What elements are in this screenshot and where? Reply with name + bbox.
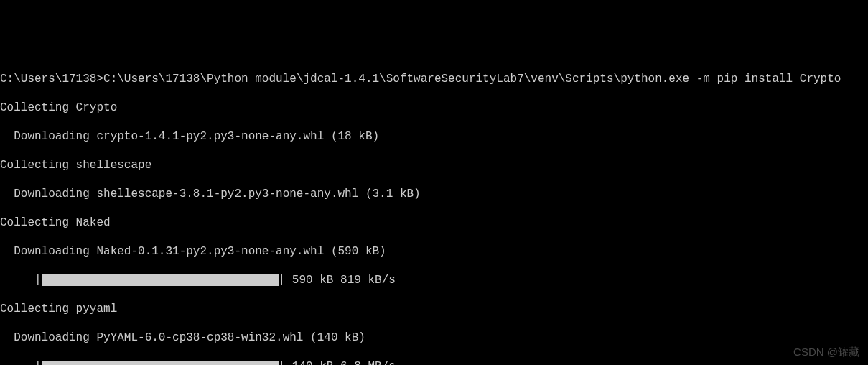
output-line: Collecting shellescape [0,158,868,172]
progress-bar [42,274,279,286]
progress-indent: | [0,359,42,365]
progress-line-pyyaml: || 140 kB 6.8 MB/s [0,359,868,365]
progress-text: 140 kB 6.8 MB/s [285,359,396,365]
output-line: Downloading crypto-1.4.1-py2.py3-none-an… [0,129,868,144]
terminal-output[interactable]: C:\Users\17138>C:\Users\17138\Python_mod… [0,57,868,365]
prompt-cwd: C:\Users\17138> [0,73,103,86]
prompt-line: C:\Users\17138>C:\Users\17138\Python_mod… [0,72,868,86]
output-line: Collecting Naked [0,216,868,230]
progress-text: 590 kB 819 kB/s [285,273,396,287]
progress-pipe: | [279,273,286,287]
watermark: CSDN @罐藏 [793,345,859,359]
progress-indent: | [0,273,42,287]
progress-pipe: | [279,359,286,365]
output-line: Downloading PyYAML-6.0-cp38-cp38-win32.w… [0,331,868,345]
output-line: Collecting Crypto [0,101,868,115]
output-line: Downloading shellescape-3.8.1-py2.py3-no… [0,187,868,201]
output-line: Downloading Naked-0.1.31-py2.py3-none-an… [0,244,868,259]
progress-line-naked: || 590 kB 819 kB/s [0,273,868,287]
progress-bar [42,361,279,365]
output-line: Collecting pyyaml [0,302,868,316]
prompt-command: C:\Users\17138\Python_module\jdcal-1.4.1… [103,73,841,86]
